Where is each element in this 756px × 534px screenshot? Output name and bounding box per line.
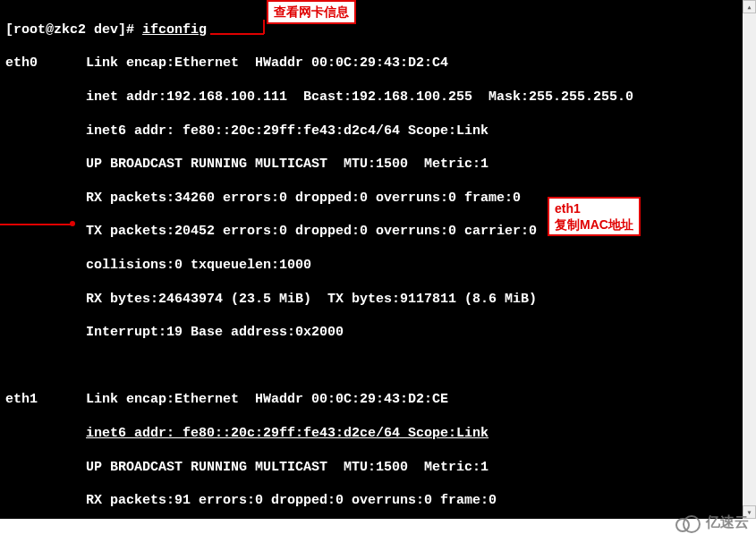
callout-copy-mac: eth1 复制MAC地址 (548, 197, 641, 236)
eth0-line-9: Interrupt:19 Base address:0x2000 (5, 325, 741, 342)
eth1-l2: inet6 addr: fe80::20c:29ff:fe43:d2ce/64 … (86, 426, 488, 441)
prompt-text: [root@zkc2 dev]# (5, 22, 142, 38)
callout-right-text: eth1 复制MAC地址 (555, 201, 633, 232)
watermark-text: 亿速云 (706, 513, 749, 532)
eth0-l2: inet addr:192.168.100.111 Bcast:192.168.… (86, 89, 633, 105)
scrollbar[interactable]: ▴ ▾ (743, 0, 756, 519)
callout-top-text: 查看网卡信息 (274, 4, 349, 19)
eth0-l7: collisions:0 txqueuelen:1000 (86, 258, 311, 273)
connector-line-1h (210, 33, 264, 35)
eth1-l1: Link encap:Ethernet HWaddr 00:0C:29:43:D… (86, 392, 448, 407)
eth0-l1: Link encap:Ethernet HWaddr 00:0C:29:43:D… (86, 55, 448, 71)
callout-view-nic-info: 查看网卡信息 (267, 0, 356, 24)
eth1-l5: TX packets:15 errors:0 dropped:0 overrun… (86, 527, 513, 534)
eth0-line-7: collisions:0 txqueuelen:1000 (5, 258, 741, 275)
eth1-line-2: inet6 addr: fe80::20c:29ff:fe43:d2ce/64 … (5, 426, 741, 443)
iface-name-eth0: eth0 (5, 55, 38, 71)
eth0-l9: Interrupt:19 Base address:0x2000 (86, 325, 344, 340)
blank-1 (5, 359, 741, 376)
eth0-line-2: inet addr:192.168.100.111 Bcast:192.168.… (5, 89, 741, 106)
iface-name-eth1: eth1 (5, 392, 38, 407)
command-ifconfig: ifconfig (142, 22, 207, 38)
eth0-line-1: eth0 Link encap:Ethernet HWaddr 00:0C:29… (5, 55, 741, 72)
eth0-line-4: UP BROADCAST RUNNING MULTICAST MTU:1500 … (5, 157, 741, 174)
eth0-l8: RX bytes:24643974 (23.5 MiB) TX bytes:91… (86, 292, 537, 307)
cloud-icon (675, 515, 702, 531)
eth1-l4: RX packets:91 errors:0 dropped:0 overrun… (86, 493, 497, 508)
connector-line-1v (263, 20, 265, 34)
connector-eth1-dot-icon (70, 221, 75, 226)
eth0-l3: inet6 addr: fe80::20c:29ff:fe43:d2c4/64 … (86, 123, 488, 139)
eth1-line-3: UP BROADCAST RUNNING MULTICAST MTU:1500 … (5, 460, 741, 477)
connector-eth1-line (0, 224, 72, 225)
eth0-l4: UP BROADCAST RUNNING MULTICAST MTU:1500 … (86, 157, 488, 172)
eth1-l3: UP BROADCAST RUNNING MULTICAST MTU:1500 … (86, 460, 488, 475)
scroll-up-button[interactable]: ▴ (743, 0, 756, 13)
prompt-line: [root@zkc2 dev]# ifconfig (5, 22, 741, 39)
eth1-line-1: eth1 Link encap:Ethernet HWaddr 00:0C:29… (5, 392, 741, 409)
eth0-l6: TX packets:20452 errors:0 dropped:0 over… (86, 224, 537, 239)
eth0-line-8: RX bytes:24643974 (23.5 MiB) TX bytes:91… (5, 292, 741, 309)
scroll-track[interactable] (743, 13, 756, 505)
terminal[interactable]: [root@zkc2 dev]# ifconfig eth0 Link enca… (0, 0, 743, 519)
watermark: 亿速云 (675, 513, 749, 532)
eth1-line-5: TX packets:15 errors:0 dropped:0 overrun… (5, 527, 741, 534)
eth1-line-4: RX packets:91 errors:0 dropped:0 overrun… (5, 493, 741, 510)
eth0-l5: RX packets:34260 errors:0 dropped:0 over… (86, 191, 521, 206)
eth0-line-3: inet6 addr: fe80::20c:29ff:fe43:d2c4/64 … (5, 123, 741, 140)
